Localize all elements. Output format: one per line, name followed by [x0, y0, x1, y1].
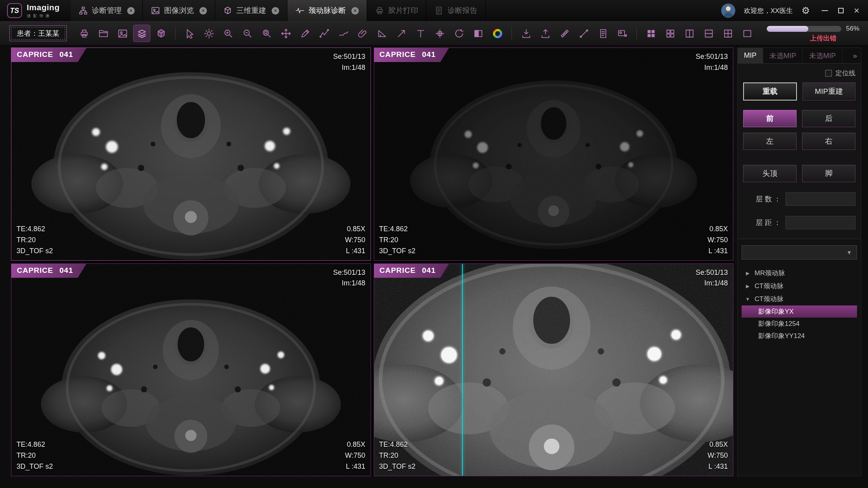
tree-expanded-icon[interactable]: ▼ [745, 296, 751, 302]
direction-front-button[interactable]: 前 [743, 110, 797, 127]
zoom-out-button[interactable] [239, 25, 256, 42]
attach-tool-button[interactable] [354, 25, 371, 42]
tab-close-icon[interactable]: × [351, 7, 359, 15]
tab-close-icon[interactable]: × [199, 7, 207, 15]
series-tree: ▶ MR颈动脉 ▶ CT颈动脉 ▼ CT颈动脉 影像印象YX 影像印象1254 … [742, 267, 857, 342]
tree-node-ct-carotid-2[interactable]: ▼ CT颈动脉 [742, 292, 857, 305]
toolbar: 患者：王某某 [0, 21, 868, 46]
reload-button[interactable]: 重载 [743, 82, 797, 101]
minimize-button[interactable] [822, 10, 828, 11]
layout-table-button[interactable] [719, 25, 736, 42]
viewport-bottom-right[interactable]: CAPRICE 041 Se:501/13Im:1/48 TE:4.862TR:… [374, 263, 734, 477]
tree-node-label: CT颈动脉 [755, 281, 784, 291]
cube-3d-button[interactable] [152, 25, 170, 42]
series-title: CAPRICE [17, 50, 53, 59]
freehand-button[interactable] [335, 25, 352, 42]
tab-close-icon[interactable]: × [272, 7, 279, 15]
layout-hsplit-button[interactable] [700, 25, 717, 42]
tab-unselected-mip-2[interactable]: 未选MIP [803, 48, 842, 63]
window-level-button[interactable] [200, 25, 217, 42]
crosshair-button[interactable] [431, 25, 448, 42]
tree-collapsed-icon[interactable]: ▶ [745, 271, 751, 276]
tree-item-impression-yy124[interactable]: 影像印象YY124 [742, 330, 857, 342]
settings-gear-icon[interactable]: ⚙ [801, 6, 810, 15]
gallery-button[interactable] [114, 25, 131, 42]
crosshair-icon [435, 28, 445, 39]
notes-button[interactable] [594, 25, 612, 42]
overlay-series-info: Se:501/13Im:1/48 [333, 51, 365, 73]
direction-foot-button[interactable]: 脚 [802, 165, 855, 182]
reference-line[interactable] [462, 264, 463, 476]
snapshot-button[interactable] [614, 25, 631, 42]
direction-right-button[interactable]: 右 [802, 133, 855, 150]
rotate-button[interactable] [450, 25, 468, 42]
impression-dropdown[interactable]: ▼ [742, 245, 857, 260]
layout-grid-button[interactable] [662, 25, 679, 42]
angle-measure-button[interactable] [373, 25, 391, 42]
layer-count-input[interactable] [786, 192, 855, 206]
direction-head-button[interactable]: 头顶 [743, 165, 797, 182]
pseudocolor-button[interactable] [489, 25, 506, 42]
import-button[interactable] [517, 25, 535, 42]
tab-unselected-mip-1[interactable]: 未选MIP [763, 48, 803, 63]
export-button[interactable] [537, 25, 554, 42]
app-logo: TS Imaging 清影华康 [0, 0, 71, 21]
tab-diagnosis-report[interactable]: 诊断报告 [426, 0, 486, 21]
viewport-bottom-left[interactable]: CAPRICE 041 Se:501/13Im:1/48 TE:4.862TR:… [11, 263, 371, 477]
direction-back-button[interactable]: 后 [802, 110, 855, 127]
tab-3d-reconstruction[interactable]: 三维重建 × [215, 0, 287, 21]
series-number: 041 [422, 50, 436, 59]
text-annotation-button[interactable] [412, 25, 429, 42]
checkbox-icon[interactable] [825, 70, 832, 77]
tab-label: 诊断报告 [448, 5, 477, 16]
zoom-in-button[interactable] [219, 25, 237, 42]
draw-polyline-button[interactable] [316, 25, 333, 42]
close-button[interactable]: × [854, 6, 859, 15]
viewport-top-right[interactable]: CAPRICE 041 Se:501/13Im:1/48 TE:4.862TR:… [374, 48, 734, 261]
tree-collapsed-icon[interactable]: ▶ [745, 283, 751, 289]
patient-name-box[interactable]: 患者：王某某 [9, 26, 67, 41]
tab-mip[interactable]: MIP [738, 48, 763, 63]
series-title: CAPRICE [380, 50, 416, 59]
upload-error-text[interactable]: 上传出错 [810, 34, 837, 43]
invert-button[interactable] [470, 25, 487, 42]
cursor-tool-button[interactable] [181, 25, 198, 42]
mip-panel-tabs: MIP 未选MIP 未选MIP » [738, 48, 861, 64]
tree-item-impression-1254[interactable]: 影像印象1254 [742, 318, 857, 330]
layout-single-icon [742, 28, 753, 39]
tree-node-ct-carotid-1[interactable]: ▶ CT颈动脉 [742, 280, 857, 292]
direction-left-button[interactable]: 左 [743, 133, 797, 150]
tab-close-icon[interactable]: × [127, 7, 135, 15]
distance-measure-button[interactable] [575, 25, 592, 42]
layout-single-button[interactable] [738, 25, 756, 42]
layout-2x2-button[interactable] [642, 25, 660, 42]
ruler-button[interactable] [556, 25, 573, 42]
layout-vsplit-button[interactable] [681, 25, 698, 42]
overlay-acquisition-info: TE:4.862TR:203D_TOF s2 [16, 439, 53, 472]
tab-image-browse[interactable]: 图像浏览 × [143, 0, 215, 21]
mri-image [374, 264, 733, 476]
tab-carotid-diagnosis[interactable]: 颈动脉诊断 × [287, 0, 367, 21]
tree-item-impression-yx[interactable]: 影像印象YX [742, 305, 857, 318]
arrow-annotation-button[interactable] [393, 25, 410, 42]
mip-rebuild-button[interactable]: MIP重建 [802, 82, 855, 101]
maximize-button[interactable] [838, 8, 844, 13]
pan-tool-button[interactable] [277, 25, 294, 42]
gallery-icon [117, 28, 128, 39]
layers-tool-button[interactable] [133, 25, 150, 42]
magnify-region-button[interactable] [258, 25, 275, 42]
tab-overflow-chevron-icon[interactable]: » [849, 48, 861, 63]
cursor-icon [185, 28, 195, 39]
layer-gap-input[interactable] [786, 216, 855, 229]
overlay-display-info: 0.85XW:750L :431 [345, 224, 365, 257]
viewport-top-left[interactable]: CAPRICE 041 Se:501/13Im:1/48 TE:4.862TR:… [11, 48, 371, 261]
tree-node-mr-carotid[interactable]: ▶ MR颈动脉 [742, 267, 857, 280]
draw-line-button[interactable] [296, 25, 314, 42]
avatar[interactable] [721, 4, 735, 18]
print-tool-button[interactable] [75, 25, 93, 42]
tab-diagnosis-manage[interactable]: 诊断管理 × [71, 0, 143, 21]
open-folder-button[interactable] [95, 25, 112, 42]
pan-icon [281, 28, 291, 39]
tab-film-print[interactable]: 胶片打印 [367, 0, 426, 21]
locator-line-toggle[interactable]: 定位线 [743, 67, 855, 79]
